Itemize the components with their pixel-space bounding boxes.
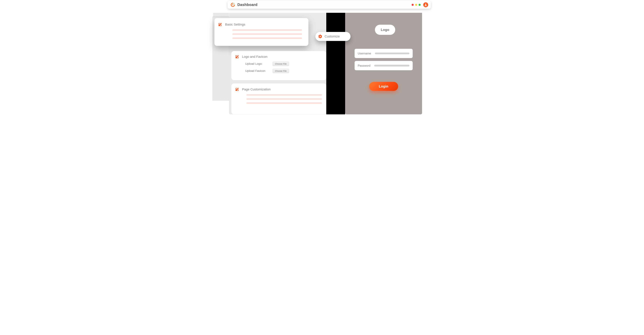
login-button[interactable]: Login	[369, 82, 398, 91]
skeleton-line	[232, 29, 302, 31]
card-title-page-customization: Page Customization	[242, 88, 271, 91]
username-field[interactable]: Username	[354, 49, 413, 58]
svg-rect-1	[232, 4, 233, 4]
divider-black	[326, 13, 345, 114]
upload-favicon-row: Upload Favicon Choose File	[245, 69, 323, 73]
skeleton-line	[246, 98, 322, 100]
logo-placeholder: Logo	[375, 25, 395, 35]
window-close-dot[interactable]	[412, 4, 414, 6]
avatar[interactable]	[423, 2, 428, 7]
card-page-customization: Page Customization	[231, 84, 326, 114]
card-title-logo-favicon: Logo and Favicon	[242, 55, 268, 59]
svg-point-2	[425, 4, 426, 5]
card-logo-favicon: Logo and Favicon Upload Logo: Choose Fil…	[231, 51, 326, 80]
edit-icon	[218, 22, 222, 27]
password-label: Password	[358, 64, 370, 67]
skeleton-line	[246, 94, 322, 96]
edit-icon	[235, 87, 239, 92]
gear-icon	[318, 34, 322, 38]
window-bar: Dashboard	[228, 1, 431, 9]
window-maximize-dot[interactable]	[418, 4, 420, 6]
upload-logo-label: Upload Logo:	[245, 62, 269, 66]
customize-button[interactable]: Customize	[316, 32, 350, 41]
page-title: Dashboard	[238, 2, 258, 7]
skeleton-lines	[235, 94, 321, 104]
choose-file-logo-button[interactable]: Choose File	[272, 62, 289, 66]
upload-logo-row: Upload Logo: Choose File	[245, 62, 323, 66]
edit-icon	[235, 54, 239, 59]
skeleton-line	[232, 34, 302, 35]
password-input-placeholder[interactable]	[374, 65, 409, 66]
customize-label: Customize	[325, 34, 340, 38]
skeleton-line	[246, 102, 322, 104]
skeleton-line	[232, 38, 302, 39]
card-title-basic: Basic Settings	[225, 23, 245, 26]
window-minimize-dot[interactable]	[415, 4, 417, 6]
choose-file-favicon-button[interactable]: Choose File	[272, 69, 289, 73]
upload-favicon-label: Upload Favicon	[245, 69, 269, 72]
username-label: Username	[358, 52, 371, 55]
card-basic-settings: Basic Settings	[214, 18, 308, 46]
username-input-placeholder[interactable]	[375, 52, 410, 54]
skeleton-lines	[218, 29, 302, 39]
window-controls	[412, 4, 420, 6]
password-field[interactable]: Password	[354, 61, 413, 70]
brand-logo-icon	[230, 2, 236, 8]
